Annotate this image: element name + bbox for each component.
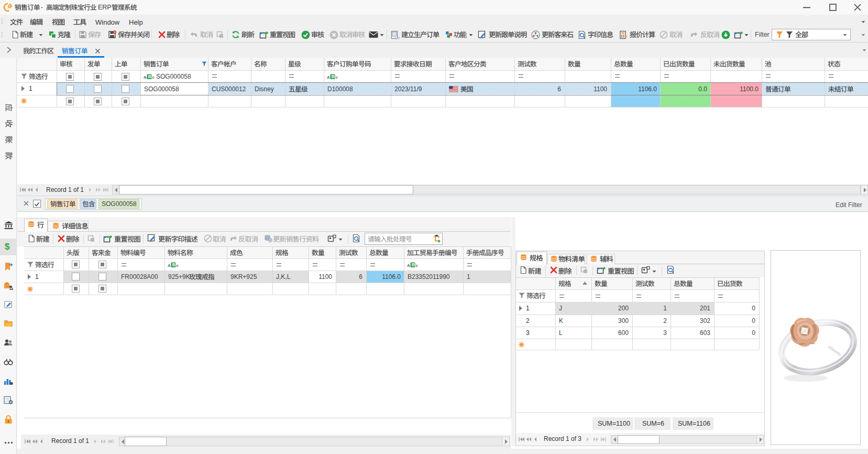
svg-text:A: A — [407, 263, 410, 268]
svg-text:B: B — [332, 74, 335, 79]
svg-text:c: c — [152, 75, 155, 80]
svg-text:c: c — [416, 263, 419, 268]
svg-text:c: c — [336, 75, 338, 80]
svg-text:c: c — [177, 263, 179, 268]
svg-text:A: A — [168, 263, 171, 268]
svg-text:A: A — [327, 75, 330, 80]
svg-text:B: B — [172, 262, 175, 267]
svg-text:B: B — [148, 74, 151, 79]
svg-text:A: A — [144, 75, 147, 80]
svg-text:B: B — [412, 262, 415, 267]
svg-text:©Disney: ©Disney — [827, 344, 842, 357]
